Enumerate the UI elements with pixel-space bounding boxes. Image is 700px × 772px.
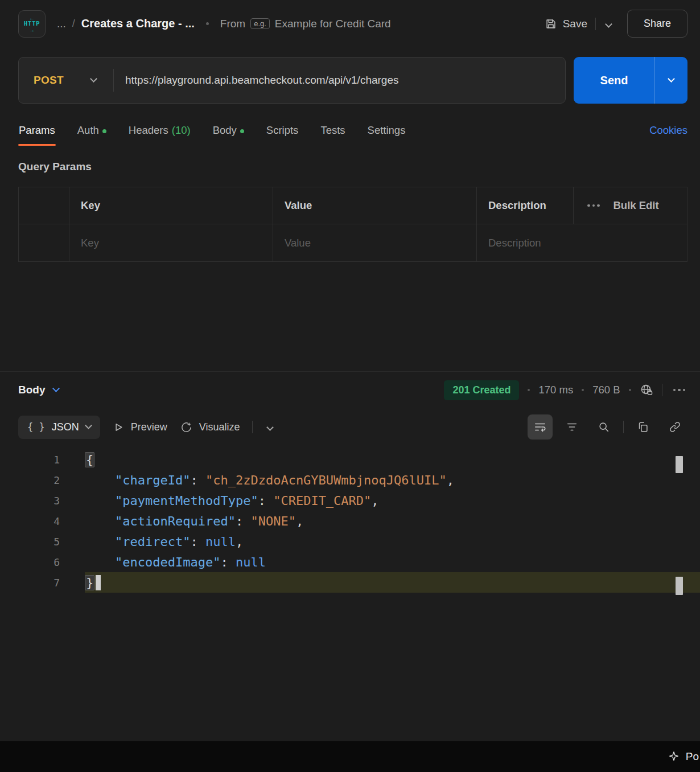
code-line[interactable]: 2 "chargeId": "ch_2zDzdoAcnGYBUWmbjnoqJQ… (0, 470, 700, 490)
link-icon (669, 421, 681, 433)
code-text: } (85, 576, 94, 590)
response-header: Body 201 Created 170 ms 760 B (0, 372, 700, 408)
chevron-down-icon (267, 424, 274, 431)
table-header-row: Key Value Description Bulk Edit (19, 187, 687, 224)
send-options-chevron[interactable] (654, 57, 687, 104)
line-number: 5 (0, 536, 85, 548)
tab-label: Params (19, 124, 55, 137)
request-title[interactable]: Creates a Charge - ... (81, 17, 195, 30)
request-url-row: POST Send (18, 57, 687, 104)
code-line[interactable]: 5 "redirect": null, (0, 531, 700, 552)
code-line[interactable]: 7} (0, 572, 700, 593)
response-size[interactable]: 760 B (592, 384, 620, 396)
cookies-link[interactable]: Cookies (649, 124, 687, 140)
code-text: { (85, 453, 94, 467)
response-body-editor[interactable]: 1{2 "chargeId": "ch_2zDzdoAcnGYBUWmbjnoq… (0, 449, 700, 593)
text-cursor (96, 575, 101, 590)
filter-button[interactable] (559, 414, 584, 440)
tab-count: (10) (172, 124, 191, 137)
example-name[interactable]: Example for Credit Card (275, 18, 391, 30)
visualize-button[interactable]: Visualize (180, 421, 240, 434)
code-line-body[interactable]: "encodedImage": null (85, 552, 700, 572)
divider (595, 18, 596, 30)
response-more-options-icon[interactable] (671, 387, 688, 394)
chevron-down-icon (85, 422, 92, 429)
separator-dot (528, 389, 530, 391)
more-options-icon[interactable] (585, 202, 602, 210)
divider (113, 69, 114, 92)
column-header-description: Description (476, 187, 573, 224)
url-input[interactable] (117, 74, 565, 87)
tab-label: Scripts (266, 124, 299, 137)
code-line[interactable]: 1{ (0, 449, 700, 470)
modified-dot-indicator (102, 129, 106, 133)
method-selector[interactable]: POST (19, 74, 113, 87)
send-label[interactable]: Send (574, 57, 654, 104)
response-toolbar-right (528, 414, 687, 440)
link-button[interactable] (662, 414, 687, 440)
copy-response-button[interactable] (631, 414, 656, 440)
visualize-label: Visualize (199, 421, 240, 433)
active-code-line[interactable]: } (85, 572, 700, 593)
response-meta: 201 Created 170 ms 760 B (444, 380, 687, 400)
response-body-dropdown[interactable]: Body (18, 384, 59, 396)
tab-auth[interactable]: Auth (77, 118, 107, 146)
params-empty-area (0, 262, 700, 371)
select-all-cell (19, 187, 69, 224)
save-options-chevron[interactable] (604, 15, 613, 32)
line-number: 4 (0, 515, 85, 527)
code-line-body[interactable]: "actionRequired": "NONE", (85, 511, 700, 531)
example-badge: e.g. (250, 18, 270, 29)
network-info-icon[interactable] (640, 383, 653, 397)
code-line-body[interactable]: { (85, 449, 700, 470)
filter-icon (566, 421, 578, 433)
line-number: 1 (0, 454, 85, 466)
tab-label: Body (213, 124, 237, 137)
code-line-body[interactable]: "paymentMethodType": "CREDIT_CARD", (85, 490, 700, 511)
status-badge[interactable]: 201 Created (444, 380, 519, 400)
tab-scripts[interactable]: Scripts (266, 118, 299, 146)
code-line[interactable]: 6 "encodedImage": null (0, 552, 700, 572)
scrollbar-mark (676, 456, 683, 473)
tab-params[interactable]: Params (18, 118, 56, 146)
search-response-button[interactable] (591, 414, 616, 440)
row-select-cell[interactable] (19, 224, 69, 261)
column-header-value: Value (273, 187, 476, 224)
tab-headers[interactable]: Headers(10) (128, 118, 191, 146)
method-label: POST (34, 74, 64, 87)
from-text: From (220, 18, 245, 30)
code-line[interactable]: 4 "actionRequired": "NONE", (0, 511, 700, 531)
table-actions-cell: Bulk Edit (573, 187, 687, 224)
send-button[interactable]: Send (574, 57, 687, 104)
bulk-edit-button[interactable]: Bulk Edit (613, 199, 659, 212)
param-key-input[interactable]: Key (69, 224, 273, 261)
viewer-options-chevron[interactable] (265, 418, 275, 436)
code-line-body[interactable]: "redirect": null, (85, 531, 700, 552)
tab-body[interactable]: Body (212, 118, 245, 146)
code-line[interactable]: 3 "paymentMethodType": "CREDIT_CARD", (0, 490, 700, 511)
breadcrumb-ellipsis[interactable]: ... (57, 18, 66, 30)
save-button[interactable]: Save (545, 18, 587, 30)
http-request-icon[interactable]: ← HTTP → (18, 10, 46, 38)
line-number: 7 (0, 577, 85, 589)
tab-tests[interactable]: Tests (320, 118, 345, 146)
chevron-down-icon (605, 20, 612, 28)
response-format-dropdown[interactable]: { } JSON (18, 416, 100, 439)
code-text: "actionRequired": "NONE", (85, 514, 303, 528)
param-value-input[interactable]: Value (273, 224, 476, 261)
editor-overview-ruler[interactable] (676, 449, 683, 593)
line-number: 2 (0, 474, 85, 486)
code-line-body[interactable]: "chargeId": "ch_2zDzdoAcnGYBUWmbjnoqJQ6l… (85, 470, 700, 490)
response-time[interactable]: 170 ms (538, 384, 573, 396)
status-bar: Po (0, 741, 700, 772)
code-text: "paymentMethodType": "CREDIT_CARD", (85, 494, 379, 508)
tab-settings[interactable]: Settings (367, 118, 406, 146)
url-bar: POST (18, 57, 566, 104)
arrow-right-icon: → (29, 27, 35, 32)
share-button[interactable]: Share (627, 10, 687, 38)
postbot-button[interactable]: Po (668, 750, 699, 763)
wrap-text-icon (534, 421, 546, 433)
preview-button[interactable]: Preview (113, 421, 167, 433)
param-description-input[interactable]: Description (476, 224, 687, 261)
wrap-text-button[interactable] (528, 414, 553, 440)
